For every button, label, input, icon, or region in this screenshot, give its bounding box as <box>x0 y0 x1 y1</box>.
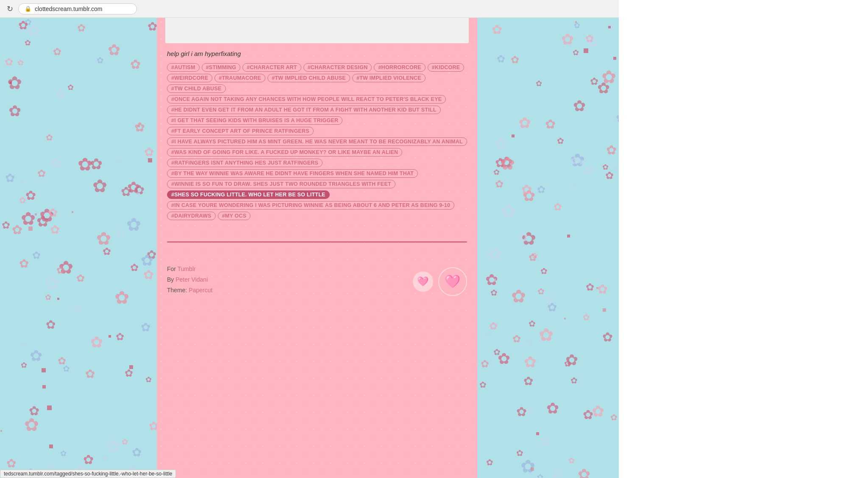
flower-decoration: ✿ <box>493 168 500 176</box>
tag-item[interactable]: #TW CHILD ABUSE <box>167 84 226 93</box>
flower-decoration: ✿ <box>537 287 545 296</box>
flower-decoration: ✿ <box>610 413 618 422</box>
designer-link[interactable]: Peter Vidani <box>175 276 208 283</box>
square-decoration <box>103 456 107 460</box>
tag-item[interactable]: #AUTISM <box>167 63 200 72</box>
flower-decoration: ✿ <box>561 32 574 47</box>
tag-item[interactable]: #SHES SO FUCKING LITTLE. WHO LET HER BE … <box>167 190 330 199</box>
flower-decoration: ✿ <box>489 321 498 331</box>
post-caption: help girl i am hyperfixating <box>167 50 467 57</box>
flower-decoration: ✿ <box>106 438 121 456</box>
flower-decoration: ✿ <box>585 164 595 176</box>
flower-decoration: ✿ <box>144 146 154 158</box>
flower-decoration: ✿ <box>67 84 74 91</box>
tag-item[interactable]: #CHARACTER ART <box>242 63 301 72</box>
tag-item[interactable]: #HORRORCORE <box>374 63 425 72</box>
flower-decoration: ✿ <box>145 376 152 383</box>
page-wrapper: ✿✿✿✿✿✿✿✿✿✿✿✿✿✿✿✿✿✿✿✿✿✿✿✿✿✿✿✿✿✿✿✿✿✿✿✿✿✿✿✿… <box>0 18 619 478</box>
square-decoration <box>21 343 25 347</box>
square-decoration <box>72 211 73 213</box>
tag-item[interactable]: #CHARACTER DESIGN <box>303 63 372 72</box>
url-bar[interactable]: 🔒 clottedscream.tumblr.com <box>18 3 137 14</box>
flower-decoration: ✿ <box>495 136 508 151</box>
tag-item[interactable]: #TW IMPLIED VIOLENCE <box>352 74 426 82</box>
tag-item[interactable]: #KIDCORE <box>428 63 465 72</box>
flower-decoration: ✿ <box>520 458 535 475</box>
flower-decoration: ✿ <box>565 352 578 368</box>
reload-button[interactable]: ↻ <box>7 4 13 14</box>
flower-decoration: ✿ <box>546 401 559 416</box>
flower-decoration: ✿ <box>45 274 59 292</box>
flower-decoration: ✿ <box>45 294 51 301</box>
square-decoration <box>35 213 37 215</box>
tag-item[interactable]: #MY OCS <box>218 212 251 220</box>
flower-decoration: ✿ <box>21 210 36 228</box>
tag-item[interactable]: #ONCE AGAIN NOT TAKING ANY CHANCES WITH … <box>167 95 446 103</box>
tag-item[interactable]: #TW IMPLIED CHILD ABUSE <box>267 74 350 82</box>
flower-decoration: ✿ <box>537 184 545 195</box>
tag-item[interactable]: #WAS KIND OF GOING FOR LIKE. A FUCKED UP… <box>167 148 402 157</box>
flower-decoration: ✿ <box>56 88 65 100</box>
square-decoration <box>584 48 588 53</box>
tag-item[interactable]: #HE DIDNT EVEN GET IT FROM AN ADULT HE G… <box>167 106 441 114</box>
large-heart-button[interactable]: 🩷 <box>438 267 467 296</box>
flower-decoration: ✿ <box>108 42 120 58</box>
flower-decoration: ✿ <box>25 39 31 47</box>
flower-decoration: ✿ <box>537 473 543 478</box>
flower-decoration: ✿ <box>125 368 133 378</box>
tag-item[interactable]: #DAIRYDRAWS <box>167 212 216 220</box>
tags-area: #AUTISM#STIMMING#CHARACTER ART#CHARACTER… <box>167 63 467 220</box>
flower-decoration: ✿ <box>578 467 590 478</box>
post-content: help girl i am hyperfixating #AUTISM#STI… <box>157 43 477 229</box>
square-decoration <box>136 193 140 196</box>
status-bar: tedscream.tumblr.com/tagged/shes-so-fuck… <box>0 470 176 478</box>
tag-item[interactable]: #I GET THAT SEEING KIDS WITH BRUISES IS … <box>167 116 342 125</box>
flower-decoration: ✿ <box>518 115 531 131</box>
flower-decoration: ✿ <box>48 207 58 219</box>
small-heart-button[interactable]: 🩷 <box>413 271 433 292</box>
flower-decoration: ✿ <box>570 376 578 385</box>
flower-decoration: ✿ <box>500 155 515 173</box>
flower-decoration: ✿ <box>479 380 487 389</box>
flower-decoration: ✿ <box>8 103 21 119</box>
flower-decoration: ✿ <box>147 21 157 33</box>
tag-item[interactable]: #I HAVE ALWAYS PICTURED HIM AS MINT GREE… <box>167 137 467 146</box>
flower-decoration: ✿ <box>523 375 533 387</box>
flower-decoration: ✿ <box>130 58 141 71</box>
flower-decoration: ✿ <box>583 313 590 321</box>
square-decoration <box>564 318 566 319</box>
tag-item[interactable]: #TRAUMACORE <box>214 74 265 82</box>
flower-decoration: ✿ <box>24 416 39 434</box>
flower-decoration: ✿ <box>517 231 528 243</box>
square-decoration <box>603 308 606 312</box>
right-decorations: ✿✿✿✿✿✿✿✿✿✿✿✿✿✿✿✿✿✿✿✿✿✿✿✿✿✿✿✿✿✿✿✿✿✿✿✿✿✿✿✿… <box>477 18 619 478</box>
footer-icons: 🩷 🩷 <box>413 267 467 296</box>
right-sidebar: ✿✿✿✿✿✿✿✿✿✿✿✿✿✿✿✿✿✿✿✿✿✿✿✿✿✿✿✿✿✿✿✿✿✿✿✿✿✿✿✿… <box>477 18 619 478</box>
flower-decoration: ✿ <box>149 420 157 432</box>
flower-decoration: ✿ <box>50 157 61 170</box>
tag-item[interactable]: #WINNIE IS SO FUN TO DRAW. SHES JUST TWO… <box>167 180 395 188</box>
tag-item[interactable]: #RATFINGERS ISNT ANYTHING HES JUST RATFI… <box>167 159 323 167</box>
tag-item[interactable]: #BY THE WAY WINNIE WAS AWARE HE DIDNT HA… <box>167 169 418 178</box>
tumblr-link[interactable]: Tumblr <box>178 266 196 272</box>
square-decoration <box>536 432 539 435</box>
flower-decoration: ✿ <box>141 253 153 268</box>
flower-decoration: ✿ <box>53 47 61 57</box>
flower-decoration: ✿ <box>25 189 36 202</box>
flower-decoration: ✿ <box>36 214 49 229</box>
flower-decoration: ✿ <box>27 23 40 38</box>
square-decoration <box>47 405 52 410</box>
tag-item[interactable]: #STIMMING <box>202 63 241 72</box>
square-decoration <box>493 279 496 282</box>
large-heart-icon: 🩷 <box>445 274 460 289</box>
flower-decoration: ✿ <box>606 144 617 157</box>
flower-decoration: ✿ <box>2 220 10 230</box>
tag-item[interactable]: #IN CASE YOURE WONDERING I WAS PICTURING… <box>167 201 454 210</box>
flower-decoration: ✿ <box>540 436 550 447</box>
flower-decoration: ✿ <box>602 163 609 171</box>
flower-decoration: ✿ <box>56 265 65 275</box>
theme-link[interactable]: Papercut <box>189 287 212 294</box>
tag-item[interactable]: #WEIRDCORE <box>167 74 212 82</box>
tag-item[interactable]: #FT EARLY CONCEPT ART OF PRINCE RATFINGE… <box>167 127 314 135</box>
flower-decoration: ✿ <box>103 246 111 257</box>
